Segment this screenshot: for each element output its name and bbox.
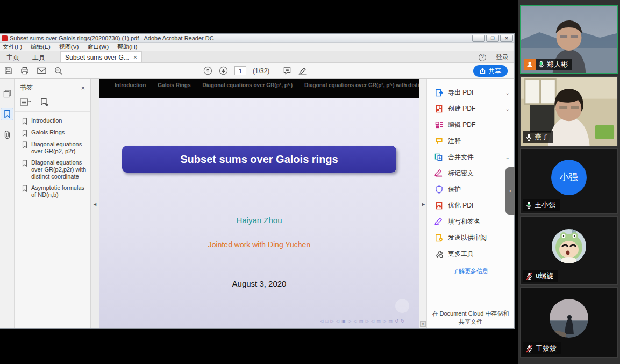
tab-home[interactable]: 主页 <box>0 51 26 62</box>
print-icon[interactable] <box>20 67 29 75</box>
menu-window[interactable]: 窗口(W) <box>87 43 109 51</box>
bookmark-item[interactable]: Diagonal equations over GR(p2, p2r) <box>22 141 88 155</box>
window-titlebar[interactable]: Subset sums over Galois rings(20200730) … <box>0 34 514 43</box>
page-number-input[interactable]: 1 <box>234 66 246 75</box>
participant-name: 燕子 <box>535 132 548 142</box>
comment-icon[interactable] <box>283 67 291 75</box>
slide-collaboration: Jointed work with Ding Yuchen <box>99 240 419 249</box>
bookmarks-panel: 书签 × Introduction <box>15 79 91 328</box>
slide-nav-link[interactable]: Diagonal equations over GR(p², p²ʳ) with… <box>304 82 419 88</box>
sign-in-button[interactable]: 登录 <box>496 53 509 62</box>
participant-tile[interactable]: u螺旋 <box>520 216 618 285</box>
tool-optimize-pdf[interactable]: 优化 PDF <box>427 197 514 213</box>
beamer-nav-symbols[interactable]: ◁ □ ▷ ◁ ▣ ▷ ◁ ▤ ▷ ◁ ▤ ▷ ▤ ↺ ↻ <box>320 319 405 324</box>
menu-edit[interactable]: 编辑(E) <box>31 43 51 51</box>
page-thumbnails-icon[interactable] <box>1 88 13 99</box>
avatar <box>550 299 588 338</box>
slide-nav-link[interactable]: Introduction <box>115 82 146 88</box>
mic-on-icon <box>526 201 532 209</box>
bookmarks-title: 书签 <box>20 83 33 92</box>
acrobat-app-icon <box>2 35 8 41</box>
slide-date: August 3, 2020 <box>99 279 419 288</box>
email-icon[interactable] <box>37 67 46 74</box>
chevron-down-icon[interactable]: ⌄ <box>505 154 510 160</box>
help-icon[interactable]: ? <box>479 54 486 61</box>
create-pdf-icon <box>434 104 443 113</box>
slide-watermark <box>395 299 409 313</box>
slide-author: Haiyan Zhou <box>99 216 419 225</box>
slide-section-nav: Introduction Galois Rings Diagonal equat… <box>99 79 419 98</box>
shield-icon <box>434 185 443 194</box>
bookmark-item[interactable]: Asymptotic formulas of ND(n,b) <box>22 184 88 198</box>
acrobat-window: Subset sums over Galois rings(20200730) … <box>0 33 515 329</box>
next-page-icon[interactable] <box>219 66 228 75</box>
collapse-sidebar-icon[interactable]: ◄ <box>92 202 97 207</box>
toolbar-divider <box>276 66 276 76</box>
minimize-button[interactable]: – <box>472 35 485 42</box>
participant-name: 王小强 <box>535 200 555 210</box>
participant-tile[interactable]: 郑大彬 <box>520 5 618 74</box>
tools-panel: 导出 PDF ⌄ 创建 PDF ⌄ 编辑 PDF 注释 <box>426 79 514 328</box>
save-icon[interactable] <box>4 67 12 75</box>
share-icon <box>480 68 486 74</box>
tool-create-pdf[interactable]: 创建 PDF ⌄ <box>427 101 514 117</box>
tool-edit-pdf[interactable]: 编辑 PDF <box>427 117 514 133</box>
expand-panel-icon[interactable]: ► <box>421 202 426 207</box>
avatar <box>552 229 586 263</box>
tool-redact[interactable]: 标记密文 <box>427 165 514 181</box>
tool-protect[interactable]: 保护 <box>427 181 514 197</box>
chevron-down-icon[interactable]: ⌄ <box>505 106 510 112</box>
avatar: 小强 <box>551 160 587 195</box>
participants-panel: 郑大彬 燕子 <box>518 0 620 364</box>
restore-button[interactable]: ❐ <box>486 35 499 42</box>
tab-document[interactable]: Subset sums over G... × <box>60 51 142 62</box>
edit-pdf-icon <box>434 120 443 129</box>
tools-panel-collapse-handle[interactable]: › <box>505 167 515 215</box>
learn-more-link[interactable]: 了解更多信息 <box>427 267 514 275</box>
sidebar-splitter[interactable]: ◄ <box>91 79 99 328</box>
document-scrollbar[interactable]: ► ▾ <box>419 79 426 328</box>
bookmark-item[interactable]: Diagonal equations over GR(p2,p2r) with … <box>22 159 88 180</box>
menu-help[interactable]: 帮助(H) <box>117 43 137 51</box>
mic-muted-icon <box>526 272 533 280</box>
tool-comment[interactable]: 注释 <box>427 133 514 149</box>
chevron-down-icon[interactable]: ⌄ <box>505 90 510 96</box>
page-count-label: (1/32) <box>253 67 269 75</box>
combine-files-icon <box>434 153 443 161</box>
tool-export-pdf[interactable]: 导出 PDF ⌄ <box>427 84 514 101</box>
pencil-icon[interactable] <box>298 67 307 75</box>
participant-tile[interactable]: 王姣姣 <box>520 287 618 358</box>
close-button[interactable]: ✕ <box>500 35 513 42</box>
nav-pane-strip <box>0 79 15 328</box>
export-pdf-icon <box>434 88 443 97</box>
participant-tile[interactable]: 小强 王小强 <box>520 148 618 214</box>
fill-sign-icon <box>434 217 443 226</box>
bookmark-options-icon[interactable] <box>20 98 33 106</box>
participant-name: 郑大彬 <box>547 60 568 69</box>
previous-page-icon[interactable] <box>203 66 212 75</box>
bookmarks-pane-icon[interactable] <box>1 108 13 120</box>
bookmark-item[interactable]: Galois Rings <box>22 129 88 137</box>
document-area: Introduction Galois Rings Diagonal equat… <box>99 79 419 328</box>
slide-nav-link[interactable]: Diagonal equations over GR(p², p²ʳ) <box>202 82 293 88</box>
menu-view[interactable]: 视图(V) <box>59 43 79 51</box>
tab-close-icon[interactable]: × <box>133 54 137 62</box>
bookmarks-close-icon[interactable]: × <box>81 84 85 92</box>
attachments-icon[interactable] <box>1 129 13 140</box>
scroll-down-icon[interactable]: ▾ <box>420 321 426 327</box>
share-button[interactable]: 共享 <box>473 65 508 77</box>
menu-file[interactable]: 文件(F) <box>3 43 22 51</box>
tab-tools[interactable]: 工具 <box>26 51 52 62</box>
tool-send-review[interactable]: 发送以供审阅 <box>427 230 514 246</box>
tool-fill-sign[interactable]: 填写和签名 <box>427 213 514 230</box>
slide-page: Subset sums over Galois rings Haiyan Zho… <box>99 98 419 328</box>
zoom-out-icon[interactable] <box>54 67 63 75</box>
participant-tile[interactable]: 燕子 <box>520 76 618 146</box>
find-current-bookmark-icon[interactable] <box>40 98 48 107</box>
redact-icon <box>434 169 443 177</box>
tool-more-tools[interactable]: 更多工具 <box>427 246 514 262</box>
tool-combine-files[interactable]: 合并文件 ⌄ <box>427 149 514 165</box>
bookmark-item[interactable]: Introduction <box>22 117 88 125</box>
comment-tool-icon <box>434 137 443 145</box>
slide-nav-link[interactable]: Galois Rings <box>158 82 190 88</box>
